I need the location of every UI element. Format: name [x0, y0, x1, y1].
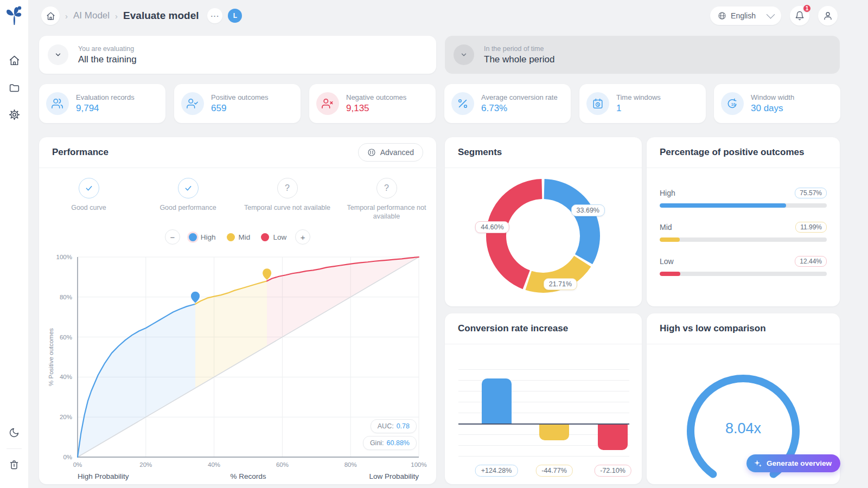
bar-chart-gridline — [458, 369, 629, 370]
bell-icon — [795, 11, 805, 21]
sidebar — [0, 0, 28, 488]
legend-item-low[interactable]: Low — [261, 233, 286, 241]
outcome-value-badge: 12.44% — [795, 256, 827, 267]
outcome-row-high: High 75.57% — [660, 188, 827, 208]
legend-dot-high — [189, 233, 197, 241]
stat-value: 659 — [211, 103, 269, 114]
trash-icon[interactable] — [8, 459, 20, 471]
conversion-bar-low[interactable] — [598, 424, 628, 450]
progress-track — [660, 203, 827, 208]
nav-settings-icon[interactable] — [8, 108, 20, 120]
status-temporal-curve: ? Temporal curve not available — [238, 178, 337, 221]
period-value: The whole period — [484, 54, 554, 65]
performance-status-row: Good curve Good performance ? Temporal c… — [39, 178, 436, 221]
svg-text:0%: 0% — [73, 461, 82, 468]
conversion-bar-high[interactable] — [482, 378, 512, 423]
check-circle-icon — [178, 178, 199, 198]
progress-fill-high — [660, 203, 786, 208]
svg-text:80%: 80% — [344, 461, 357, 468]
legend-item-high[interactable]: High — [189, 233, 216, 241]
stat-label: Time windows — [616, 93, 661, 101]
stat-label: Positive outcomes — [211, 93, 269, 101]
status-temporal-performance: ? Temporal performance not available — [337, 178, 436, 221]
evaluating-selector[interactable]: You are evaluating All the training — [39, 36, 436, 74]
notifications-button[interactable]: 1 — [790, 6, 809, 25]
percent-icon — [451, 92, 474, 115]
avatar[interactable]: L — [228, 9, 242, 23]
chevron-down-icon — [48, 44, 68, 65]
svg-text:0%: 0% — [63, 454, 72, 460]
stat-positive-outcomes: Positive outcomes 659 — [174, 84, 301, 123]
positive-outcomes-title: Percentage of positive outcomes — [660, 147, 804, 158]
gini-badge: Gini:60.88% — [363, 436, 417, 450]
stat-label: Negative outcomes — [346, 93, 406, 101]
top-header: › AI Model › Evaluate model ··· L Englis… — [28, 0, 868, 31]
conversion-title: Conversion rate increase — [458, 323, 568, 334]
evaluating-label: You are evaluating — [78, 45, 137, 53]
history-10-icon: 10 — [721, 92, 744, 115]
users-icon — [46, 92, 69, 115]
header-actions: English 1 — [710, 6, 838, 25]
zoom-out-button[interactable]: − — [165, 229, 180, 245]
stat-time-windows: Time windows 1 — [579, 84, 706, 123]
stat-value: 1 — [616, 103, 661, 114]
period-selector[interactable]: In the period of time The whole period — [445, 36, 840, 74]
svg-text:80%: 80% — [60, 294, 72, 300]
chevron-down-icon — [454, 44, 474, 65]
svg-text:20%: 20% — [139, 461, 152, 468]
nav-projects-icon[interactable] — [8, 81, 20, 93]
svg-text:100%: 100% — [411, 461, 426, 468]
zoom-in-button[interactable]: + — [295, 229, 310, 245]
conversion-rate-panel: Conversion rate increase +124.28%-44.77%… — [445, 313, 642, 484]
advanced-button[interactable]: Advanced — [358, 143, 423, 162]
breadcrumb-section[interactable]: AI Model — [73, 10, 110, 21]
profile-button[interactable] — [818, 6, 838, 25]
legend-dot-mid — [227, 233, 235, 241]
chart-legend: − High Mid Low + — [39, 229, 436, 245]
language-label: English — [731, 11, 756, 20]
app-logo[interactable] — [4, 4, 25, 26]
performance-panel: Performance Advanced Good curve Good per… — [39, 137, 436, 484]
user-check-icon — [181, 92, 204, 115]
evaluate-model-dashboard: { "header": { "breadcrumb_section": "AI … — [0, 0, 868, 488]
theme-moon-icon[interactable] — [8, 427, 20, 439]
check-circle-icon — [79, 178, 99, 198]
page-title: Evaluate model — [123, 10, 199, 22]
progress-track — [660, 272, 827, 276]
status-good-curve: Good curve — [39, 178, 138, 221]
conversion-bar-chart: +124.28%-44.77%-72.10% — [445, 344, 642, 484]
svg-text:20%: 20% — [60, 414, 72, 420]
chart-pin-mid[interactable] — [263, 269, 271, 280]
stat-label: Average conversion rate — [481, 93, 558, 101]
legend-item-mid[interactable]: Mid — [227, 233, 251, 241]
conversion-bar-mid[interactable] — [539, 424, 569, 440]
stat-value: 9,794 — [76, 103, 135, 114]
svg-text:100%: 100% — [56, 254, 72, 260]
donut-segment-high[interactable] — [544, 179, 600, 264]
stat-window-width: 10 Window width 30 days — [714, 84, 840, 123]
outcome-value-badge: 75.57% — [795, 188, 827, 198]
generate-overview-button[interactable]: Generate overview — [746, 454, 840, 472]
breadcrumb-home-button[interactable] — [41, 7, 60, 25]
progress-track — [660, 237, 827, 242]
chevron-down-icon — [767, 10, 775, 18]
svg-text:40%: 40% — [60, 374, 72, 381]
segments-donut-chart: 33.69%21.71%44.60% — [445, 168, 642, 309]
donut-label-mid: 21.71% — [544, 278, 577, 290]
stat-evaluation-records: Evaluation records 9,794 — [39, 84, 165, 123]
language-selector[interactable]: English — [710, 7, 781, 25]
svg-text:40%: 40% — [208, 461, 220, 468]
stat-label: Evaluation records — [76, 93, 135, 101]
svg-text:% Records: % Records — [230, 472, 266, 480]
comparison-value: 8.04x — [647, 420, 840, 437]
conversion-value-badge: +124.28% — [475, 465, 518, 477]
breadcrumb-more-button[interactable]: ··· — [207, 8, 222, 23]
outcome-row-mid: Mid 11.99% — [660, 222, 827, 242]
segments-title: Segments — [458, 147, 502, 158]
nav-home-icon[interactable] — [8, 54, 20, 66]
chart-pin-high[interactable] — [191, 292, 200, 303]
positive-outcomes-panel: Percentage of positive outcomes High 75.… — [647, 137, 840, 306]
question-circle-icon: ? — [277, 178, 298, 198]
notification-count-badge: 1 — [802, 4, 812, 13]
adjustments-icon — [367, 148, 376, 157]
